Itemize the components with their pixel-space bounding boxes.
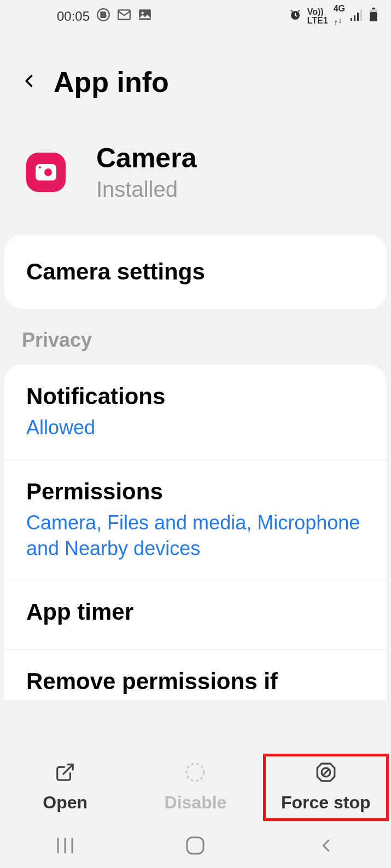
camera-app-icon [26,153,66,192]
force-stop-icon [316,762,336,785]
svg-point-14 [187,764,205,781]
app-info-block: Camera Installed [0,120,391,235]
svg-line-17 [322,768,329,776]
svg-rect-21 [187,837,203,854]
alarm-icon [289,8,302,25]
notifications-item[interactable]: Notifications Allowed [4,365,387,460]
network-indicator: 4G [334,4,345,28]
mail-icon [117,8,131,25]
svg-rect-7 [354,15,355,21]
bottom-actions: Open Disable Force stop [0,749,391,825]
app-status: Installed [96,177,196,202]
recent-apps-button[interactable] [0,837,130,856]
page-title: App info [54,66,169,98]
gallery-icon [138,8,152,25]
header: App info [0,33,391,120]
svg-line-13 [63,764,73,773]
open-icon [55,762,75,785]
svg-rect-6 [351,18,352,21]
notifications-title: Notifications [26,383,365,410]
status-time: 00:05 [57,9,90,24]
svg-rect-10 [372,8,375,9]
remove-permissions-title: Remove permissions if [26,668,365,695]
disable-icon [185,762,206,785]
home-button[interactable] [130,836,260,858]
disable-button: Disable [132,756,258,818]
svg-text:B: B [101,10,107,19]
svg-rect-3 [139,9,151,20]
battery-icon [369,8,378,25]
force-stop-button[interactable]: Force stop [263,754,389,821]
volte-indicator: Vo)) LTE1 [307,8,328,25]
disable-label: Disable [165,793,227,813]
svg-rect-8 [357,13,359,21]
permissions-title: Permissions [26,479,365,505]
app-name: Camera [96,142,196,174]
svg-rect-9 [360,10,362,21]
svg-rect-12 [370,12,377,21]
status-bar: 00:05 B Vo)) LTE1 4G [0,0,391,33]
app-info-text: Camera Installed [96,142,196,202]
svg-point-4 [142,12,144,14]
open-label: Open [43,793,87,813]
signal-icon [351,9,364,24]
message-icon: B [96,8,110,25]
app-timer-title: App timer [26,599,365,625]
app-timer-item[interactable]: App timer [4,580,387,650]
camera-settings-label: Camera settings [4,235,387,309]
camera-settings-card[interactable]: Camera settings [4,235,387,309]
status-right: Vo)) LTE1 4G [289,4,378,28]
force-stop-label: Force stop [281,793,371,813]
notifications-subtitle: Allowed [26,415,365,441]
nav-back-button[interactable] [261,836,391,858]
open-button[interactable]: Open [2,756,128,818]
status-left: 00:05 B [13,8,152,25]
permissions-item[interactable]: Permissions Camera, Files and media, Mic… [4,460,387,581]
privacy-card: Notifications Allowed Permissions Camera… [4,365,387,700]
privacy-section-header: Privacy [0,309,391,365]
remove-permissions-item[interactable]: Remove permissions if [4,650,387,695]
permissions-subtitle: Camera, Files and media, Microphone and … [26,510,365,562]
nav-bar [0,825,391,868]
back-button[interactable] [22,73,37,91]
